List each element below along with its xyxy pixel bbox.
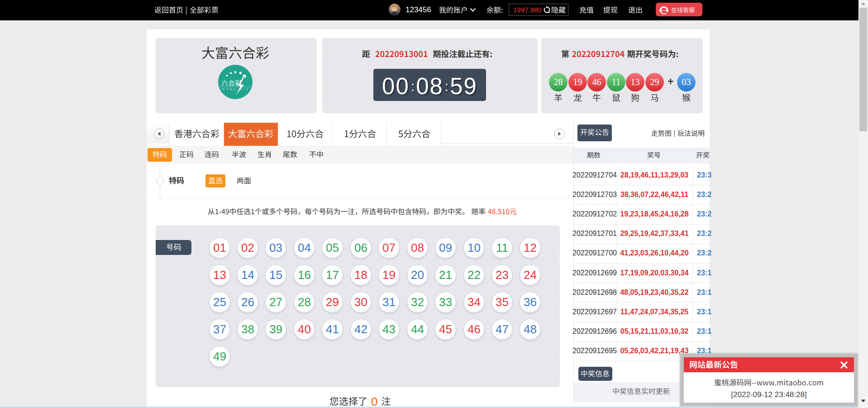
svg-text:MARK SIX: MARK SIX — [222, 88, 250, 91]
